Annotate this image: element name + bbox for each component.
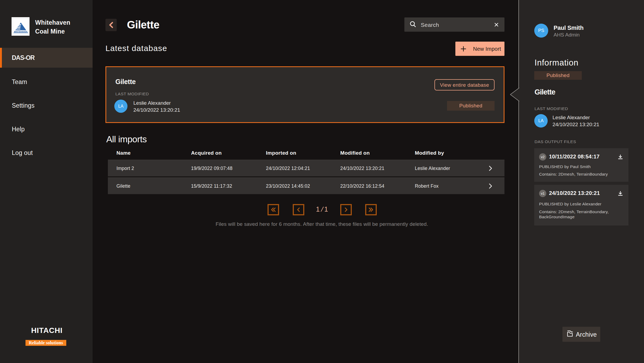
svg-text:WHITEHAVEN: WHITEHAVEN (14, 30, 27, 33)
